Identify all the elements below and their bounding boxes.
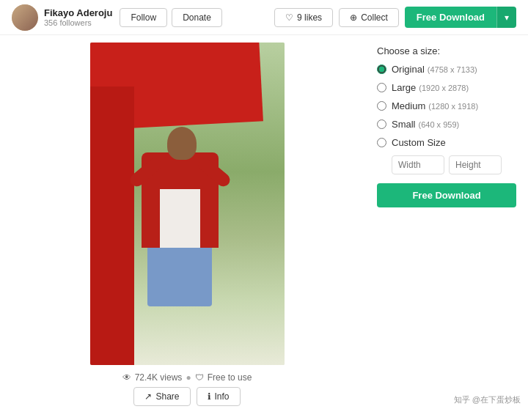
size-label-medium: Medium [392, 100, 425, 111]
image-area: 👁 72.4K views ● 🛡 Free to use ↗ Share ℹ … [12, 43, 362, 406]
size-radio-small[interactable] [377, 119, 386, 129]
size-radio-large[interactable] [377, 83, 386, 92]
size-label-small: Small [392, 119, 416, 130]
heart-icon: ♡ [285, 12, 293, 23]
info-icon: ℹ [208, 391, 211, 402]
collect-button[interactable]: ⊕ Collect [339, 8, 399, 27]
size-label-original: Original [392, 64, 425, 75]
custom-height-input[interactable] [449, 155, 502, 174]
download-panel: Choose a size: Original (4758 x 7133) La… [377, 43, 516, 406]
size-option-medium[interactable]: Medium (1280 x 1918) [377, 100, 516, 111]
user-followers: 356 followers [44, 18, 112, 27]
separator: ● [186, 372, 191, 383]
size-dims-small: (640 x 959) [419, 120, 460, 129]
likes-button[interactable]: ♡ 9 likes [274, 8, 333, 27]
main-content: 👁 72.4K views ● 🛡 Free to use ↗ Share ℹ … [0, 35, 528, 413]
size-option-large[interactable]: Large (1920 x 2878) [377, 82, 516, 93]
info-button[interactable]: ℹ Info [197, 387, 241, 406]
plus-icon: ⊕ [350, 12, 357, 23]
size-label-large: Large [392, 82, 416, 93]
image-footer: 👁 72.4K views ● 🛡 Free to use [90, 372, 285, 383]
share-label: Share [155, 391, 179, 402]
donate-button[interactable]: Donate [172, 8, 222, 27]
size-dims-medium: (1280 x 1918) [428, 102, 478, 111]
license-icon: 🛡 [195, 372, 204, 383]
panel-download-button[interactable]: Free Download [377, 183, 516, 207]
user-info: Fikayo Aderoju 356 followers [44, 7, 112, 27]
size-option-small[interactable]: Small (640 x 959) [377, 119, 516, 130]
panel-title: Choose a size: [377, 45, 516, 56]
share-button[interactable]: ↗ Share [133, 387, 190, 406]
size-radio-original[interactable] [377, 65, 386, 74]
image-stats: 👁 72.4K views ● 🛡 Free to use [122, 372, 252, 383]
follow-button[interactable]: Follow [120, 8, 167, 27]
avatar [12, 4, 38, 31]
collect-label: Collect [361, 12, 388, 23]
header-actions: ♡ 9 likes ⊕ Collect Free Download ▾ [274, 7, 516, 28]
size-dims-large: (1920 x 2878) [419, 84, 469, 92]
share-icon: ↗ [144, 391, 152, 402]
footer-buttons: ↗ Share ℹ Info [133, 387, 240, 406]
photo [90, 43, 285, 365]
size-radio-medium[interactable] [377, 101, 386, 111]
size-dims-original: (4758 x 7133) [428, 65, 477, 74]
download-arrow-button[interactable]: ▾ [496, 7, 516, 28]
free-download-button[interactable]: Free Download [405, 7, 496, 28]
custom-size-row [392, 155, 516, 174]
size-option-original[interactable]: Original (4758 x 7133) [377, 64, 516, 75]
size-radio-custom[interactable] [377, 138, 386, 147]
views-count: 72.4K views [135, 372, 183, 383]
license-text: Free to use [208, 372, 252, 383]
custom-width-input[interactable] [392, 155, 444, 174]
eye-icon: 👁 [122, 372, 131, 383]
likes-count: 9 likes [297, 12, 322, 23]
user-name: Fikayo Aderoju [44, 7, 112, 18]
download-group: Free Download ▾ [405, 7, 516, 28]
size-label-custom: Custom Size [392, 137, 446, 148]
photo-container [90, 43, 285, 365]
info-label: Info [215, 391, 230, 402]
size-option-custom[interactable]: Custom Size [377, 137, 516, 148]
page-header: Fikayo Aderoju 356 followers Follow Dona… [0, 0, 528, 35]
